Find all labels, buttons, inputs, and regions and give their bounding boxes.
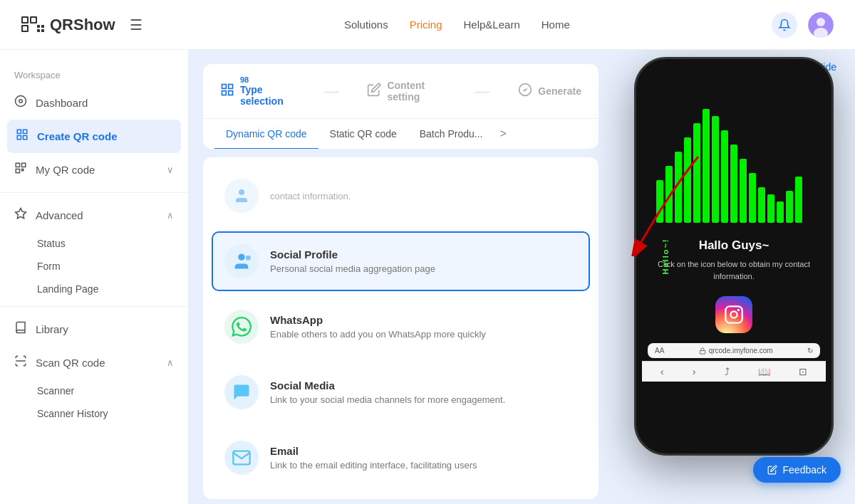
hallo-rotated-text: Hallo~! <box>661 238 670 275</box>
bar-5 <box>693 123 700 223</box>
top-navigation: QRShow ☰ Solutions Pricing Help&Learn Ho… <box>0 0 855 50</box>
step-divider-2: — <box>475 83 489 100</box>
sidebar-item-dashboard[interactable]: Dashboard <box>0 86 188 120</box>
bar-6 <box>703 109 710 223</box>
svg-rect-8 <box>37 29 40 32</box>
sidebar: Workspace Dashboard Create QR code My QR… <box>0 50 189 504</box>
tab-dynamic-qr[interactable]: Dynamic QR code <box>214 120 318 149</box>
tab-static-qr[interactable]: Static QR code <box>318 120 408 149</box>
svg-rect-19 <box>16 163 19 167</box>
logo-text: QRShow <box>50 16 115 34</box>
svg-rect-22 <box>22 169 24 171</box>
url-text: qrcode.imyfone.com <box>709 347 773 355</box>
phone-forward-icon: › <box>693 366 696 377</box>
qr-card-whatsapp[interactable]: WhatsApp Enable others to add you on Wha… <box>212 297 590 357</box>
dashboard-label: Dashboard <box>36 97 88 109</box>
user-avatar[interactable] <box>808 12 834 38</box>
sidebar-divider-1 <box>0 192 188 193</box>
scan-arrow-icon: ∧ <box>167 357 174 368</box>
qr-card-partial[interactable]: contact information. <box>212 166 590 226</box>
email-icon <box>224 441 259 475</box>
whatsapp-title: WhatsApp <box>270 314 486 326</box>
instagram-icon-area <box>642 290 826 339</box>
feedback-edit-icon <box>767 465 777 475</box>
instagram-icon <box>715 296 752 333</box>
phone-frame: Hallo~! <box>634 57 834 456</box>
bar-2 <box>665 166 673 223</box>
hamburger-menu-icon[interactable]: ☰ <box>130 16 142 33</box>
logo: QRShow <box>21 16 115 34</box>
logo-icon <box>21 16 44 33</box>
type-selection-icon <box>220 83 234 100</box>
social-media-title: Social Media <box>270 379 505 392</box>
email-desc: Link to the email editing interface, fac… <box>270 460 477 471</box>
sidebar-sub-scanner-history[interactable]: Scanner History <box>0 402 188 425</box>
step-generate[interactable]: Generate <box>518 83 581 100</box>
social-media-icon <box>224 375 259 409</box>
phone-tabs-icon: ⊡ <box>799 366 807 377</box>
bar-11 <box>749 173 756 223</box>
svg-rect-15 <box>17 130 21 133</box>
sidebar-sub-scanner[interactable]: Scanner <box>0 379 188 402</box>
tab-batch[interactable]: Batch Produ... <box>408 120 494 149</box>
svg-point-11 <box>817 18 825 26</box>
app-container: QRShow ☰ Solutions Pricing Help&Learn Ho… <box>0 0 855 504</box>
svg-rect-9 <box>41 29 44 32</box>
svg-point-31 <box>238 254 244 261</box>
phone-title: Hallo Guys~ <box>653 238 814 253</box>
main-area: Workspace Dashboard Create QR code My QR… <box>0 50 855 504</box>
bar-14 <box>777 201 784 223</box>
reload-icon: ↻ <box>807 347 813 355</box>
bar-7 <box>712 116 719 223</box>
my-qr-arrow-icon: ∨ <box>167 164 174 175</box>
svg-rect-5 <box>23 26 27 31</box>
create-qr-icon <box>16 128 28 145</box>
svg-marker-23 <box>16 209 26 219</box>
qr-card-email[interactable]: Email Link to the email editing interfac… <box>212 428 590 488</box>
step-number: 98 <box>240 75 296 84</box>
phone-screen: Hallo~! <box>642 73 826 439</box>
feedback-button[interactable]: Feedback <box>753 457 841 483</box>
bar-13 <box>767 194 774 223</box>
avatar-svg <box>808 12 834 38</box>
sidebar-sub-form[interactable]: Form <box>0 255 188 278</box>
partial-card-icon <box>224 179 259 213</box>
steps-tab-wrapper: 98 Type selection — Content setting <box>203 64 598 149</box>
sidebar-item-scan-qr[interactable]: Scan QR code ∧ <box>0 346 188 379</box>
svg-point-30 <box>239 189 244 195</box>
svg-rect-6 <box>37 25 40 28</box>
phone-description: Click on the icon below to obtain my con… <box>653 258 814 282</box>
advanced-arrow-icon: ∧ <box>167 210 174 221</box>
sidebar-item-library[interactable]: Library <box>0 313 188 346</box>
bar-15 <box>786 191 793 223</box>
svg-point-32 <box>246 256 251 261</box>
workspace-label: Workspace <box>0 64 188 86</box>
solutions-link[interactable]: Solutions <box>344 19 388 31</box>
step-content-setting[interactable]: Content setting <box>367 80 447 103</box>
dashboard-icon <box>14 95 27 111</box>
svg-rect-28 <box>229 91 233 95</box>
social-profile-title: Social Profile <box>270 248 435 261</box>
svg-rect-16 <box>24 130 27 133</box>
sidebar-item-advanced[interactable]: Advanced ∧ <box>0 199 188 232</box>
sidebar-sub-landing[interactable]: Landing Page <box>0 278 188 300</box>
social-profile-desc: Personal social media aggregation page <box>270 263 435 274</box>
bar-8 <box>721 130 728 223</box>
qr-card-social-profile[interactable]: Social Profile Personal social media agg… <box>212 231 590 291</box>
helplearn-link[interactable]: Help&Learn <box>464 19 520 31</box>
social-profile-icon <box>224 244 259 278</box>
step-type-selection[interactable]: 98 Type selection <box>220 75 296 107</box>
bar-16 <box>795 177 802 223</box>
phone-nav-bar: ‹ › ⤴ 📖 ⊡ <box>642 361 826 382</box>
sidebar-item-my-qr[interactable]: My QR code ∨ <box>0 153 188 187</box>
qr-card-social-media[interactable]: Social Media Link to your social media c… <box>212 362 590 422</box>
tab-more-icon[interactable]: > <box>494 119 512 149</box>
pricing-link[interactable]: Pricing <box>410 19 442 31</box>
step2-label: Content setting <box>387 80 447 103</box>
home-link[interactable]: Home <box>542 19 570 31</box>
sidebar-divider-2 <box>0 306 188 307</box>
notification-bell-icon[interactable] <box>772 12 797 38</box>
sidebar-item-create-qr[interactable]: Create QR code <box>7 120 181 153</box>
nav-icons <box>772 12 834 38</box>
sidebar-sub-status[interactable]: Status <box>0 232 188 255</box>
